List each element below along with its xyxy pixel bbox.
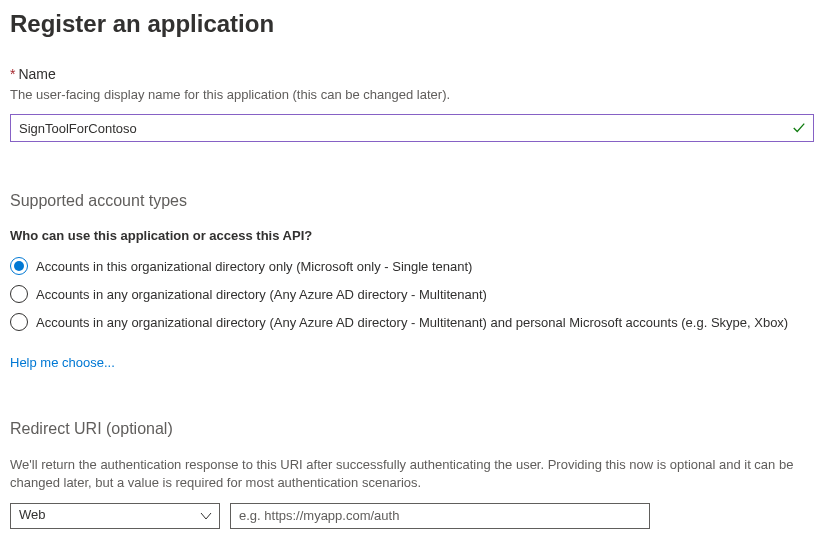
account-types-radio-group: Accounts in this organizational director… [10, 257, 814, 331]
radio-icon [10, 285, 28, 303]
platform-select-wrapper: Web [10, 503, 220, 529]
name-input-wrapper [10, 114, 814, 142]
radio-label: Accounts in any organizational directory… [36, 315, 788, 330]
redirect-uri-heading: Redirect URI (optional) [10, 420, 814, 438]
platform-select[interactable]: Web [10, 503, 220, 529]
radio-option-multitenant[interactable]: Accounts in any organizational directory… [10, 285, 814, 303]
app-name-input[interactable] [10, 114, 814, 142]
radio-icon [10, 313, 28, 331]
redirect-uri-description: We'll return the authentication response… [10, 456, 814, 492]
checkmark-icon [792, 121, 806, 135]
required-asterisk: * [10, 66, 15, 82]
radio-label: Accounts in any organizational directory… [36, 287, 487, 302]
redirect-uri-row: Web [10, 503, 814, 529]
radio-icon [10, 257, 28, 275]
page-title: Register an application [10, 10, 814, 38]
account-types-question: Who can use this application or access t… [10, 228, 814, 243]
help-me-choose-link[interactable]: Help me choose... [10, 355, 115, 370]
radio-option-multitenant-personal[interactable]: Accounts in any organizational directory… [10, 313, 814, 331]
name-description: The user-facing display name for this ap… [10, 86, 814, 104]
account-types-heading: Supported account types [10, 192, 814, 210]
radio-option-single-tenant[interactable]: Accounts in this organizational director… [10, 257, 814, 275]
redirect-uri-input[interactable] [230, 503, 650, 529]
name-label: *Name [10, 66, 814, 82]
radio-label: Accounts in this organizational director… [36, 259, 472, 274]
